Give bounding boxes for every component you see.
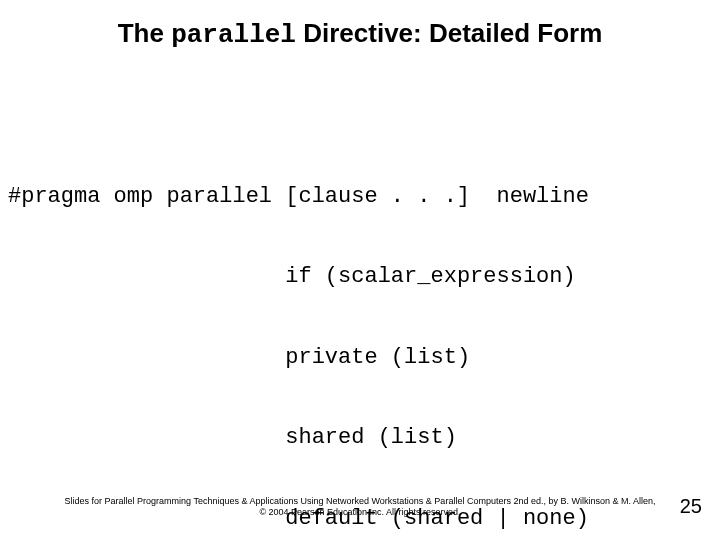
title-post: Directive: Detailed Form xyxy=(296,18,602,48)
slide: The parallel Directive: Detailed Form #p… xyxy=(0,0,720,540)
code-line-3: shared (list) xyxy=(8,425,629,452)
code-line-1: if (scalar_expression) xyxy=(8,264,629,291)
slide-title: The parallel Directive: Detailed Form xyxy=(0,18,720,50)
footer: Slides for Parallel Programming Techniqu… xyxy=(60,496,660,519)
code-line-0: #pragma omp parallel [clause . . .] newl… xyxy=(8,184,629,211)
footer-line-1: Slides for Parallel Programming Techniqu… xyxy=(60,496,660,507)
title-pre: The xyxy=(118,18,171,48)
title-mono: parallel xyxy=(171,20,296,50)
page-number: 25 xyxy=(680,495,702,518)
code-line-2: private (list) xyxy=(8,345,629,372)
code-block: #pragma omp parallel [clause . . .] newl… xyxy=(8,130,629,540)
footer-line-2: © 2004 Pearson Education Inc. All rights… xyxy=(60,507,660,518)
